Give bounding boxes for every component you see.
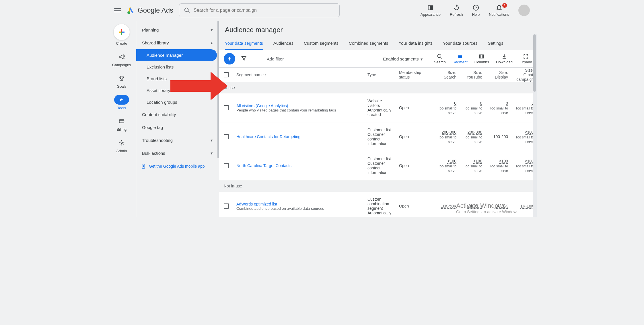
tab-settings[interactable]: Settings: [488, 37, 503, 50]
chevron-up-icon: ▲: [210, 41, 213, 45]
col-type[interactable]: Type: [365, 70, 396, 79]
sidebar-item-label: Troubleshooting: [142, 138, 173, 143]
tab-combined-segments[interactable]: Combined segments: [349, 37, 388, 50]
tab-your-data-segments[interactable]: Your data segments: [225, 37, 263, 50]
cell-type: Website visitors Automatically created: [365, 96, 396, 119]
toolbar: + Add filter Enabled segments ▼ Search S…: [219, 50, 537, 68]
search-input-wrapper[interactable]: [179, 3, 340, 17]
row-checkbox[interactable]: [224, 203, 229, 209]
sidebar-item-label: Google tag: [142, 125, 163, 130]
select-all-checkbox[interactable]: [224, 72, 229, 77]
nav-admin[interactable]: Admin: [114, 138, 129, 153]
sidebar-item-location-groups[interactable]: Location groups: [136, 96, 217, 108]
sidebar-shared-library[interactable]: Shared library▲: [136, 36, 219, 49]
sidebar-google-tag[interactable]: Google tag: [136, 121, 219, 134]
svg-rect-9: [121, 32, 122, 35]
refresh-button[interactable]: Refresh: [450, 4, 463, 17]
nav-goals[interactable]: Goals: [114, 73, 129, 89]
cell-size-search: 200-300Too small to serve: [433, 128, 459, 146]
sidebar-content-suitability[interactable]: Content suitability: [136, 108, 219, 121]
toolbar-expand[interactable]: Expand: [520, 54, 532, 64]
sidebar-planning[interactable]: Planning▼: [136, 24, 219, 36]
appearance-button[interactable]: Appearance: [421, 4, 441, 17]
bell-icon: [496, 4, 503, 11]
nav-tools[interactable]: Tools: [114, 95, 129, 110]
sidebar-item-asset-library[interactable]: Asset library: [136, 85, 217, 96]
segment-desc: People who visited pages that contain yo…: [236, 108, 362, 112]
svg-point-0: [127, 11, 130, 14]
toolbar-segment[interactable]: Segment: [453, 54, 468, 64]
plus-multicolor-icon: [114, 24, 130, 40]
enabled-segments-dropdown[interactable]: Enabled segments ▼: [383, 56, 428, 61]
cell-membership: Open: [396, 103, 433, 112]
mobile-link-label: Get the Google Ads mobile app: [149, 164, 205, 169]
col-label: Type: [367, 73, 376, 77]
notifications-button[interactable]: ! Notifications: [489, 4, 509, 17]
nav-campaigns[interactable]: Campaigns: [112, 52, 131, 67]
svg-point-17: [438, 54, 441, 58]
hamburger-menu-icon[interactable]: [114, 7, 121, 14]
svg-point-14: [121, 142, 122, 144]
search-icon: [437, 54, 443, 59]
tab-your-data-sources[interactable]: Your data sources: [443, 37, 477, 50]
sidebar-item-audience-manager[interactable]: Audience manager: [136, 49, 217, 61]
toolbar-download[interactable]: Download: [496, 54, 513, 64]
col-label: Membership status: [399, 70, 421, 79]
cell-type: Customer list Customer contact informati…: [365, 125, 396, 148]
sidebar-item-label: Brand lists: [147, 76, 167, 81]
col-size-search[interactable]: Size: Search: [433, 68, 459, 82]
svg-rect-12: [119, 120, 124, 123]
avatar[interactable]: [518, 5, 530, 16]
svg-point-1: [185, 8, 188, 12]
row-checkbox[interactable]: [224, 163, 229, 168]
cell-size-search: 10K-50K: [433, 201, 459, 211]
tab-custom-segments[interactable]: Custom segments: [304, 37, 338, 50]
row-checkbox[interactable]: [224, 134, 229, 139]
help-button[interactable]: ? Help: [472, 4, 480, 17]
segment-name-link[interactable]: AdWords optimized list: [236, 202, 362, 206]
svg-point-7: [499, 9, 500, 10]
tab-your-data-insights[interactable]: Your data insights: [398, 37, 433, 50]
sidebar-shared-label: Shared library: [142, 40, 169, 45]
mobile-app-link[interactable]: Get the Google Ads mobile app: [136, 160, 219, 173]
sidebar-item-brand-lists[interactable]: Brand lists: [136, 73, 217, 85]
table-row: Healthcare Contacts for RetargetingCusto…: [219, 122, 537, 151]
sidebar-bulk-actions[interactable]: Bulk actions▼: [136, 147, 219, 160]
chevron-down-icon: ▼: [210, 151, 213, 155]
tab-audiences[interactable]: Audiences: [273, 37, 293, 50]
sidebar-item-exclusion-lists[interactable]: Exclusion lists: [136, 61, 217, 73]
logo[interactable]: Google Ads: [127, 6, 173, 14]
download-icon: [501, 54, 507, 59]
sidebar-troubleshooting[interactable]: Troubleshooting▼: [136, 134, 219, 147]
left-rail: Create Campaigns Goals Tools Billing Adm…: [107, 21, 136, 217]
col-label: Size: YouTube: [466, 70, 482, 79]
create-button[interactable]: Create: [114, 24, 130, 46]
col-size-youtube[interactable]: Size: YouTube: [459, 68, 485, 82]
col-size-display[interactable]: Size: Display: [485, 68, 511, 82]
segment-name-link[interactable]: North Carolina Target Contacts: [236, 163, 362, 168]
tab-label: Your data segments: [225, 41, 263, 46]
appearance-icon: [427, 4, 434, 11]
cell-membership: Open: [396, 201, 433, 211]
segment-name-link[interactable]: Healthcare Contacts for Retargeting: [236, 134, 362, 139]
expand-icon: [523, 54, 529, 59]
toolbar-columns[interactable]: Columns: [474, 54, 489, 64]
google-ads-logo-icon: [127, 6, 135, 14]
main-content: Audience manager Your data segments Audi…: [219, 21, 537, 217]
tab-label: Combined segments: [349, 41, 388, 46]
toolbar-search[interactable]: Search: [434, 54, 446, 64]
add-segment-button[interactable]: +: [224, 53, 235, 64]
refresh-icon: [453, 4, 460, 11]
col-label: Segment name: [236, 73, 264, 77]
chevron-down-icon: ▼: [420, 57, 423, 61]
filter-icon[interactable]: [241, 55, 247, 62]
scrollbar-thumb[interactable]: [533, 34, 536, 92]
segment-name-link[interactable]: All visitors (Google Analytics): [236, 103, 362, 108]
col-segment-name[interactable]: Segment name ↑: [234, 70, 365, 79]
search-input[interactable]: [194, 8, 335, 13]
add-filter-button[interactable]: Add filter: [267, 56, 284, 61]
tab-label: Settings: [488, 41, 503, 46]
nav-billing[interactable]: Billing: [114, 116, 129, 132]
row-checkbox[interactable]: [224, 105, 229, 110]
col-membership[interactable]: Membership status: [396, 68, 433, 82]
